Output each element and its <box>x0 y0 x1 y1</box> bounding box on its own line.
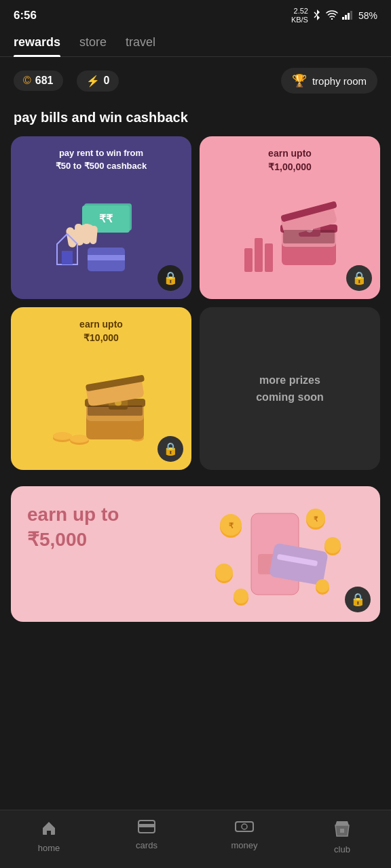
rent-illustration: ₹₹ <box>22 172 181 289</box>
battery-percentage: 58% <box>358 10 377 21</box>
svg-point-31 <box>70 435 89 443</box>
nav-cards-label: cards <box>136 840 157 850</box>
svg-rect-63 <box>236 822 253 831</box>
nav-club[interactable]: club <box>293 817 391 857</box>
nav-cards[interactable]: cards <box>98 817 196 857</box>
svg-point-56 <box>215 564 233 581</box>
promo-banner[interactable]: earn up to ₹5,000 ₹ ₹ <box>11 486 380 622</box>
svg-text:₹: ₹ <box>314 515 318 523</box>
earn-10k-label: earn upto₹10,000 <box>22 318 181 344</box>
stats-bar: © 681 ⚡ 0 🏆 trophy room <box>0 57 391 104</box>
status-time: 6:56 <box>14 9 37 22</box>
svg-rect-11 <box>83 224 90 244</box>
rent-card-label: pay rent to win from₹50 to ₹500 cashback <box>22 147 181 172</box>
earn-1lakh-card[interactable]: earn upto₹1,00,000 🔒 <box>200 136 380 299</box>
status-icons: 2.52KB/S 58% <box>291 7 377 24</box>
svg-rect-27 <box>283 230 335 243</box>
lightning-icon: ⚡ <box>86 75 100 87</box>
nav-home[interactable]: home <box>0 817 98 857</box>
bottom-nav: home cards money club <box>0 810 391 868</box>
pink-chest-svg <box>238 191 343 272</box>
nav-money-label: money <box>231 840 257 850</box>
yellow-chest-svg <box>49 358 154 446</box>
club-icon <box>334 820 350 842</box>
earn-1lakh-label: earn upto₹1,00,000 <box>210 147 369 174</box>
svg-rect-1 <box>342 17 344 20</box>
tab-travel[interactable]: travel <box>126 35 155 56</box>
earn-10k-illustration <box>22 345 181 460</box>
earn-10k-card[interactable]: earn upto₹10,000 <box>11 307 191 470</box>
svg-rect-41 <box>88 406 143 416</box>
nav-money[interactable]: money <box>196 817 293 857</box>
svg-point-64 <box>242 824 247 829</box>
rent-svg: ₹₹ <box>47 190 155 271</box>
svg-rect-2 <box>345 15 347 20</box>
bluetooth-icon <box>312 9 322 23</box>
cards-icon <box>138 820 155 837</box>
lightning-stat: ⚡ 0 <box>77 71 119 92</box>
trophy-label: trophy room <box>312 75 367 87</box>
cards-grid: pay rent to win from₹50 to ₹500 cashback… <box>0 136 391 470</box>
svg-rect-18 <box>255 238 263 272</box>
more-prizes-label: more prizescoming soon <box>256 372 324 406</box>
svg-point-60 <box>316 579 329 593</box>
svg-point-0 <box>331 18 333 19</box>
earn-1lakh-illustration <box>210 174 369 289</box>
tab-store[interactable]: store <box>79 35 107 56</box>
trophy-room-button[interactable]: 🏆 trophy room <box>281 68 377 94</box>
svg-point-29 <box>53 432 72 440</box>
top-nav: rewards store travel <box>0 28 391 57</box>
rent-card[interactable]: pay rent to win from₹50 to ₹500 cashback… <box>11 136 191 299</box>
coins-icon: © <box>23 75 31 87</box>
status-bar: 6:56 2.52KB/S 58% <box>0 0 391 28</box>
svg-rect-19 <box>265 243 273 272</box>
svg-rect-17 <box>244 248 253 272</box>
svg-rect-16 <box>88 255 125 260</box>
wifi-icon <box>326 10 338 22</box>
speed-icon: 2.52KB/S <box>291 7 308 24</box>
more-prizes-card: more prizescoming soon <box>200 307 380 470</box>
svg-point-54 <box>324 537 341 553</box>
lightning-value: 0 <box>104 75 110 87</box>
tab-rewards[interactable]: rewards <box>14 35 60 56</box>
coins-value: 681 <box>35 75 54 87</box>
coins-stat: © 681 <box>14 71 63 91</box>
trophy-icon: 🏆 <box>292 73 307 88</box>
svg-rect-14 <box>62 251 73 264</box>
promo-svg: ₹ ₹ <box>204 493 353 615</box>
svg-rect-4 <box>350 11 352 20</box>
signal-icon <box>342 10 354 22</box>
svg-text:₹₹: ₹₹ <box>99 213 113 224</box>
money-icon <box>235 820 254 837</box>
home-icon <box>41 820 57 840</box>
svg-point-58 <box>234 589 248 604</box>
svg-text:₹: ₹ <box>229 521 234 530</box>
section-title: pay bills and win cashback <box>0 104 391 136</box>
nav-home-label: home <box>38 843 60 853</box>
svg-rect-62 <box>138 824 155 827</box>
nav-club-label: club <box>334 844 350 854</box>
svg-rect-3 <box>348 13 350 20</box>
